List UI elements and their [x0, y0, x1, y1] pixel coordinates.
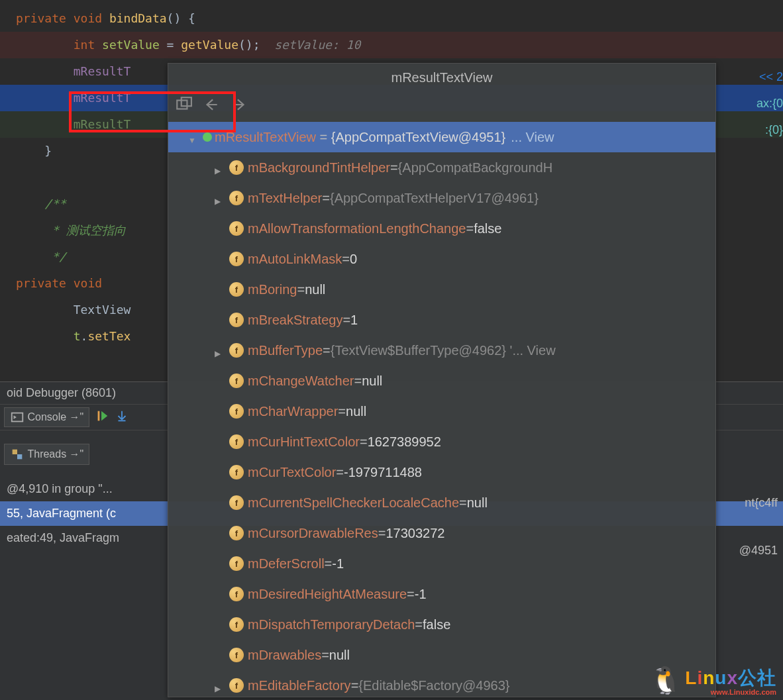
field-icon: f: [229, 221, 244, 236]
evaluate-icon[interactable]: [175, 96, 192, 117]
field-value: null: [329, 648, 350, 663]
field-icon: f: [229, 191, 244, 205]
code-line: int setValue = getValue(); setValue: 10: [16, 32, 783, 58]
penguin-icon: 🐧: [649, 665, 682, 696]
popup-title: mResultTextView: [168, 64, 715, 93]
field-name: mBufferType: [248, 343, 323, 358]
tree-field-row[interactable]: fmDispatchTemporaryDetach = false: [168, 609, 715, 640]
field-value: false: [474, 221, 501, 236]
equals: =: [407, 587, 415, 602]
equals: =: [342, 313, 350, 328]
frame-info: nt{c4ff: [745, 496, 778, 510]
field-icon: f: [229, 495, 244, 510]
expand-arrow-icon[interactable]: [188, 131, 200, 143]
field-name: mChangeWatcher: [248, 374, 354, 389]
field-icon: f: [229, 648, 244, 662]
forward-arrow-icon[interactable]: [231, 96, 248, 117]
resume-icon[interactable]: [95, 409, 109, 426]
field-value: 1627389952: [368, 434, 441, 450]
step-down-icon[interactable]: [115, 409, 129, 426]
field-name: mCurHintTextColor: [248, 434, 360, 450]
field-name: mCurrentSpellCheckerLocaleCache: [248, 495, 459, 511]
expand-arrow-icon[interactable]: [215, 679, 227, 691]
arrow-spacer: [215, 558, 227, 570]
arrow-spacer: [215, 619, 227, 630]
field-name: mCurTextColor: [248, 465, 336, 480]
console-tab[interactable]: Console →": [4, 407, 89, 427]
expand-arrow-icon[interactable]: [215, 344, 227, 356]
tree-field-row[interactable]: fmAutoLinkMask = 0: [168, 244, 715, 274]
field-icon: f: [229, 374, 244, 388]
equals: =: [378, 526, 386, 541]
field-icon: f: [229, 587, 244, 601]
expand-arrow-icon[interactable]: [215, 192, 227, 204]
console-icon: [10, 410, 25, 425]
status-dot-icon: [203, 132, 212, 142]
equals: =: [342, 252, 350, 267]
field-icon: f: [229, 313, 244, 327]
tree-field-row[interactable]: fmBackgroundTintHelper = {AppCompatBackg…: [168, 152, 715, 183]
field-name: mDispatchTemporaryDetach: [248, 617, 415, 632]
equals: =: [459, 495, 467, 511]
field-icon: f: [229, 617, 244, 632]
annotation: ax:{0: [757, 90, 783, 117]
field-icon: f: [229, 678, 244, 693]
tree-field-row[interactable]: fmBufferType = {TextView$BufferType@4962…: [168, 335, 715, 366]
field-value: {TextView$BufferType@4962} '... View: [331, 343, 556, 358]
tree-field-row[interactable]: fmTextHelper = {AppCompatTextHelperV17@4…: [168, 183, 715, 213]
tree-field-row[interactable]: fmCharWrapper = null: [168, 396, 715, 426]
arrow-spacer: [215, 497, 227, 509]
field-icon: f: [229, 252, 244, 266]
threads-tab[interactable]: Threads →": [4, 444, 89, 465]
code-line: private void bindData() {: [16, 5, 783, 32]
field-name: mCharWrapper: [248, 404, 338, 419]
threads-icon: [10, 447, 25, 462]
tree-field-row[interactable]: fmDesiredHeightAtMeasure = -1: [168, 579, 715, 609]
view-link[interactable]: ... View: [511, 130, 554, 145]
arrow-spacer: [215, 223, 227, 234]
field-name: mBreakStrategy: [248, 313, 342, 328]
tree-field-row[interactable]: fmCurTextColor = -1979711488: [168, 457, 715, 487]
field-value: null: [346, 404, 366, 419]
popup-tree[interactable]: mResultTextView = {AppCompatTextView@495…: [168, 122, 715, 697]
svg-rect-1: [182, 97, 191, 106]
arrow-spacer: [215, 314, 227, 326]
tree-field-row[interactable]: fmChangeWatcher = null: [168, 366, 715, 396]
field-icon: f: [229, 343, 244, 358]
tree-field-row[interactable]: fmDeferScroll = -1: [168, 548, 715, 579]
equals: =: [297, 282, 305, 297]
field-value: null: [305, 282, 325, 297]
tree-field-row[interactable]: fmCursorDrawableRes = 17303272: [168, 518, 715, 548]
field-value: -1: [332, 556, 344, 572]
field-name: mAllowTransformationLengthChange: [248, 221, 466, 236]
arrow-spacer: [215, 649, 227, 661]
equals: =: [338, 404, 346, 419]
annotation: :{0}: [765, 117, 783, 143]
expand-arrow-icon[interactable]: [215, 162, 227, 174]
equals: =: [354, 374, 362, 389]
field-name: mEditableFactory: [248, 678, 351, 693]
arrow-spacer: [215, 466, 227, 478]
debug-inspect-popup[interactable]: mResultTextView mResultTextView = {AppCo…: [168, 63, 716, 697]
tree-field-row[interactable]: fmBreakStrategy = 1: [168, 305, 715, 335]
arrow-spacer: [215, 405, 227, 417]
equals: =: [322, 191, 330, 206]
arrow-spacer: [215, 283, 227, 295]
field-name: mDesiredHeightAtMeasure: [248, 587, 407, 602]
tree-field-row[interactable]: fmAllowTransformationLengthChange = fals…: [168, 213, 715, 244]
tree-field-row[interactable]: fmDrawables = null: [168, 640, 715, 670]
tree-field-row[interactable]: fmBoring = null: [168, 274, 715, 305]
field-value: false: [423, 617, 450, 632]
field-icon: f: [229, 160, 244, 175]
svg-rect-5: [13, 450, 17, 454]
back-arrow-icon[interactable]: [203, 96, 220, 117]
field-icon: f: [229, 465, 244, 479]
var-value: {AppCompatTextView@4951}: [331, 130, 505, 145]
tree-field-row[interactable]: fmCurHintTextColor = 1627389952: [168, 426, 715, 457]
tree-root[interactable]: mResultTextView = {AppCompatTextView@495…: [168, 122, 715, 152]
field-value: 17303272: [386, 526, 444, 541]
annotation: << 2: [759, 64, 783, 90]
var-name: mResultTextView: [215, 130, 316, 145]
tree-field-row[interactable]: fmEditableFactory = {Editable$Factory@49…: [168, 670, 715, 697]
tree-field-row[interactable]: fmCurrentSpellCheckerLocaleCache = null: [168, 487, 715, 518]
